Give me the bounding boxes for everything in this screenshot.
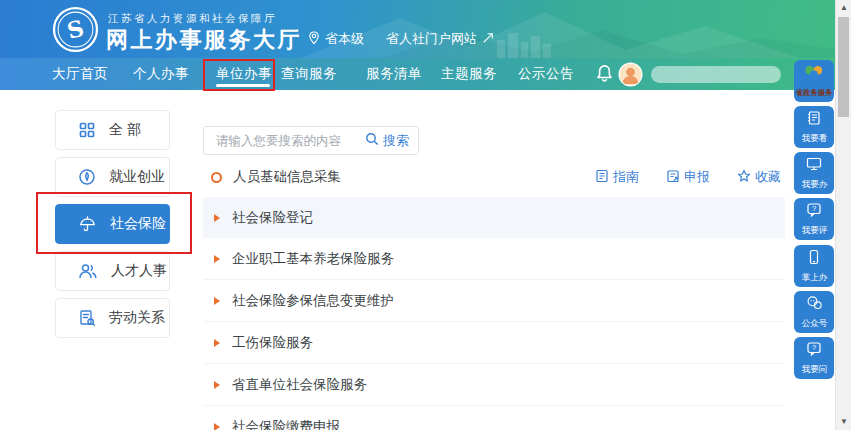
scrollbar-down-arrow[interactable]: ▼ [836,414,851,430]
vertical-scrollbar[interactable]: ▲ ▼ [835,0,851,430]
svg-text:?: ? [812,343,816,352]
list-doc-icon [806,110,822,130]
rail-button-mobile[interactable]: 掌上办 [794,245,834,287]
declare-link-label: 申报 [684,168,710,186]
rail-button-label: 我要办 [801,178,827,190]
header-banner: S 江苏省人力资源和社会保障厅 网上办事服务大厅 省本级 省人社门户网站 [0,0,851,58]
rail-button-gov-service[interactable]: 省政务服务 [794,60,834,102]
guide-link-label: 指南 [613,168,639,186]
expand-triangle-icon [214,297,220,305]
portal-site-link[interactable]: 省人社门户网站 [386,30,494,48]
service-category-list: 社会保险登记 企业职工基本养老保险服务 社会保险参保信息变更维护 工伤保险服务 … [203,197,785,430]
region-label: 省本级 [325,30,364,48]
category-row-pension-service[interactable]: 企业职工基本养老保险服务 [203,238,785,280]
portal-title: 网上办事服务大厅 [106,25,302,55]
svg-text:?: ? [812,204,816,213]
sidebar-item-label: 全 部 [109,121,141,139]
region-selector[interactable]: 省本级 [308,30,364,48]
nav-tab-home[interactable]: 大厅首页 [52,58,108,90]
search-icon [365,132,379,149]
category-label: 企业职工基本养老保险服务 [232,250,394,268]
rail-button-wechat[interactable]: 公众号 [794,291,834,333]
org-name: 江苏省人力资源和社会保障厅 [108,12,277,26]
agency-logo-icon: S [52,6,99,57]
document-search-icon [78,309,96,327]
category-label: 社会保险参保信息变更维护 [232,292,394,310]
people-icon [78,262,98,280]
guide-icon [595,169,609,186]
sidebar-item-employment[interactable]: 就业创业 [55,157,170,197]
sidebar-item-social-insurance[interactable]: 社会保险 [55,204,170,244]
favorite-link-label: 收藏 [755,168,781,186]
grid-icon [78,121,96,139]
page: S 江苏省人力资源和社会保障厅 网上办事服务大厅 省本级 省人社门户网站 [0,0,851,430]
category-row-payment-declare[interactable]: 社会保险缴费申报 [203,406,785,430]
search-input[interactable] [214,133,365,149]
declare-link[interactable]: 申报 [666,168,710,186]
rail-button-ask[interactable]: ? 我要问 [794,337,834,379]
nav-tab-query[interactable]: 查询服务 [281,58,337,90]
rail-button-label: 我要评 [801,224,827,236]
orange-bullet-icon [211,172,222,183]
monitor-icon [806,156,822,176]
nav-tab-personal[interactable]: 个人办事 [133,58,189,90]
username-redacted[interactable] [651,66,781,83]
sidebar-item-all[interactable]: 全 部 [55,110,170,150]
external-link-icon [482,32,494,47]
expand-triangle-icon [214,214,220,222]
sidebar-item-talent[interactable]: 人才人事 [55,251,170,291]
search-button-label: 搜索 [383,132,409,150]
star-icon [737,169,751,186]
sidebar-item-labor-relations[interactable]: 劳动关系 [55,298,170,338]
expand-triangle-icon [214,423,220,430]
svg-text:S: S [64,15,86,44]
category-label: 社会保险缴费申报 [232,418,340,430]
category-row-work-injury[interactable]: 工伤保险服务 [203,322,785,364]
category-row-social-insurance-registration[interactable]: 社会保险登记 [203,197,785,238]
category-label: 工伤保险服务 [232,334,313,352]
declare-icon [666,169,680,186]
nav-tab-servicelist[interactable]: 服务清单 [366,58,422,90]
user-avatar[interactable] [618,62,643,87]
nav-tab-notice[interactable]: 公示公告 [518,58,574,90]
rail-button-label: 公众号 [801,317,827,329]
guide-link[interactable]: 指南 [595,168,639,186]
expand-triangle-icon [214,381,220,389]
sidebar-item-label: 劳动关系 [109,309,165,327]
expand-triangle-icon [214,255,220,263]
umbrella-icon [78,215,97,234]
portal-link-label: 省人社门户网站 [386,30,477,48]
featured-service-title[interactable]: 人员基础信息采集 [233,168,341,186]
sidebar-item-label: 就业创业 [109,168,165,186]
sidebar-item-label: 人才人事 [111,262,167,280]
category-label: 社会保险登记 [232,209,313,227]
location-pin-icon [308,31,320,48]
notification-bell-icon[interactable] [594,63,615,88]
favorite-link[interactable]: 收藏 [737,168,781,186]
category-label: 省直单位社会保险服务 [232,376,367,394]
expand-triangle-icon [214,339,220,347]
featured-actions: 指南 申报 收藏 [595,168,781,186]
rail-button-label: 省政务服务 [796,87,833,97]
rail-button-label: 掌上办 [801,271,827,283]
rail-button-label: 我要看 [801,132,827,144]
nav-tab-theme[interactable]: 主题服务 [441,58,497,90]
question-bubble-icon: ? [806,341,822,361]
question-bubble-icon: ? [806,202,822,222]
category-row-info-change[interactable]: 社会保险参保信息变更维护 [203,280,785,322]
gov-service-logo-icon [803,64,825,85]
active-tab-underline [216,84,270,87]
rail-button-read[interactable]: 我要看 [794,106,834,148]
category-row-provincial-unit[interactable]: 省直单位社会保险服务 [203,364,785,406]
featured-service-row: 人员基础信息采集 指南 申 [203,160,785,194]
rail-button-evaluate[interactable]: ? 我要评 [794,198,834,240]
rail-button-label: 我要问 [801,363,827,375]
search-button[interactable]: 搜索 [365,132,409,150]
phone-icon [806,249,822,269]
scrollbar-up-arrow[interactable]: ▲ [836,0,851,16]
wechat-icon [806,295,823,315]
rail-button-handle[interactable]: 我要办 [794,152,834,194]
scrollbar-thumb[interactable] [838,17,849,117]
employment-icon [78,168,96,186]
sidebar-item-label: 社会保险 [110,215,166,233]
